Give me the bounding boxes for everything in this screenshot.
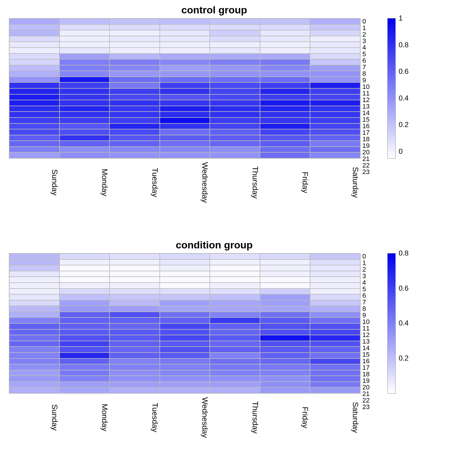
heatmap-cell bbox=[210, 88, 260, 94]
heatmap-cell bbox=[60, 147, 110, 153]
y-tick-label: 18 bbox=[362, 371, 369, 378]
heatmap-cell bbox=[310, 77, 360, 83]
heatmap-cell bbox=[260, 36, 310, 42]
heatmap-cell bbox=[260, 71, 310, 77]
heatmap-cell bbox=[210, 283, 260, 289]
heatmap-cell bbox=[9, 347, 60, 353]
x-tick-label: Saturday bbox=[310, 160, 360, 203]
heatmap-cell bbox=[109, 54, 160, 60]
heatmap-cell bbox=[310, 364, 360, 370]
heatmap-cell bbox=[310, 88, 360, 94]
heatmap-cell bbox=[310, 71, 360, 77]
heatmap-cell bbox=[60, 271, 110, 277]
heatmap-cell bbox=[160, 54, 210, 60]
heatmap-cell bbox=[310, 112, 360, 118]
y-tick-label: 3 bbox=[362, 38, 369, 44]
y-axis-labels: 01234567891011121314151617181920212223 bbox=[361, 253, 369, 394]
colorbar-tick-label: 0.6 bbox=[399, 67, 408, 76]
heatmap-cell bbox=[260, 59, 310, 65]
heatmap-cell bbox=[160, 123, 210, 129]
heatmap-cell bbox=[60, 77, 110, 83]
heatmap-cell bbox=[109, 147, 160, 153]
heatmap-cell bbox=[310, 283, 360, 289]
heatmap-cell bbox=[310, 65, 360, 71]
heatmap-cell bbox=[310, 294, 360, 300]
y-tick-label: 14 bbox=[362, 110, 369, 116]
heatmap-cell bbox=[60, 347, 110, 353]
heatmap-cell bbox=[9, 277, 60, 283]
heatmap-cell bbox=[160, 59, 210, 65]
heatmap-cell bbox=[160, 94, 210, 100]
heatmap-cell bbox=[260, 253, 310, 259]
heatmap-cell bbox=[210, 147, 260, 153]
heatmap-cell bbox=[9, 364, 60, 370]
y-tick-label: 12 bbox=[362, 97, 369, 103]
y-tick-label: 16 bbox=[362, 123, 369, 129]
y-tick-label: 11 bbox=[362, 325, 369, 332]
heatmap-cell bbox=[260, 283, 310, 289]
heatmap-cell bbox=[160, 317, 210, 323]
heatmap-cell bbox=[109, 82, 160, 88]
heatmap-cell bbox=[160, 36, 210, 42]
y-tick-label: 0 bbox=[362, 253, 369, 260]
heatmap-cell bbox=[260, 18, 310, 24]
heatmap-cell bbox=[109, 65, 160, 71]
heatmap-cell bbox=[160, 77, 210, 83]
heatmap-cell bbox=[210, 312, 260, 318]
heatmap-cell bbox=[109, 382, 160, 388]
heatmap-cell bbox=[60, 42, 110, 48]
heatmap-cell bbox=[60, 317, 110, 323]
colorbar: 00.20.40.60.81 bbox=[387, 18, 399, 159]
heatmap-cell bbox=[160, 323, 210, 329]
heatmap-cell bbox=[160, 18, 210, 24]
y-tick-label: 0 bbox=[362, 18, 369, 25]
heatmap-cell bbox=[9, 59, 60, 65]
heatmap-cell bbox=[210, 300, 260, 306]
heatmap-cell bbox=[310, 323, 360, 329]
heatmap-cell bbox=[160, 358, 210, 364]
y-tick-label: 22 bbox=[362, 397, 369, 404]
chart-title: control group bbox=[9, 4, 419, 16]
heatmap-cell bbox=[60, 294, 110, 300]
heatmap-cell bbox=[260, 353, 310, 358]
heatmap-cell bbox=[310, 36, 360, 42]
y-tick-label: 13 bbox=[362, 338, 369, 345]
heatmap-cell bbox=[260, 289, 310, 295]
heatmap-cell bbox=[9, 253, 60, 259]
y-tick-label: 6 bbox=[362, 292, 369, 299]
heatmap-cell bbox=[109, 253, 160, 259]
heatmap-cell bbox=[9, 18, 60, 24]
heatmap-cell bbox=[160, 341, 210, 347]
heatmap-cell bbox=[109, 135, 160, 141]
heatmap-cell bbox=[210, 277, 260, 283]
y-tick-label: 3 bbox=[362, 273, 369, 279]
heatmap-cell bbox=[260, 94, 310, 100]
heatmap-cell bbox=[210, 48, 260, 54]
heatmap-cell bbox=[160, 300, 210, 306]
heatmap-cell bbox=[210, 335, 260, 341]
x-tick-label: Friday bbox=[260, 160, 310, 203]
heatmap-cell bbox=[60, 353, 110, 358]
y-tick-label: 5 bbox=[362, 286, 369, 292]
y-tick-label: 9 bbox=[362, 77, 369, 84]
heatmap-cell bbox=[260, 341, 310, 347]
colorbar-tick-label: 0.4 bbox=[399, 319, 408, 327]
heatmap-cell bbox=[9, 141, 60, 147]
x-tick-label: Monday bbox=[59, 395, 109, 438]
heatmap-cell bbox=[9, 341, 60, 347]
heatmap-cell bbox=[60, 48, 110, 54]
heatmap-cell bbox=[109, 353, 160, 358]
heatmap-cell bbox=[60, 112, 110, 118]
heatmap-cell bbox=[9, 300, 60, 306]
heatmap-cell bbox=[9, 265, 60, 271]
heatmap-cell bbox=[60, 94, 110, 100]
heatmap-cell bbox=[260, 306, 310, 312]
heatmap-cell bbox=[9, 48, 60, 54]
heatmap-cell bbox=[260, 376, 310, 382]
heatmap-cell bbox=[60, 289, 110, 295]
heatmap-cell bbox=[9, 306, 60, 312]
heatmap-cell bbox=[260, 54, 310, 60]
heatmap-cell bbox=[260, 259, 310, 265]
heatmap-cell bbox=[109, 30, 160, 36]
heatmap-cell bbox=[160, 382, 210, 388]
